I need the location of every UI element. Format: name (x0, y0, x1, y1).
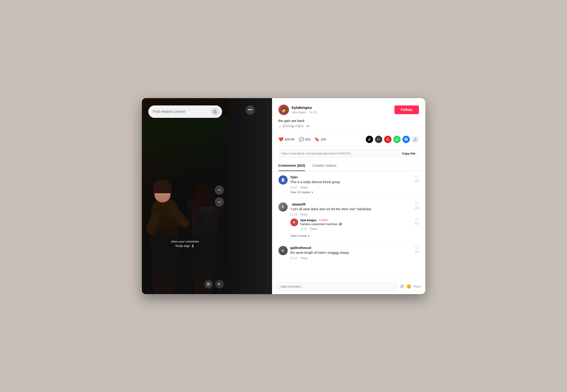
comment-body: Tyler This is a really diverse friend gr… (290, 175, 419, 194)
comment-text: This is a really diverse friend group (290, 180, 419, 184)
share-whatsapp-icon[interactable] (393, 136, 401, 143)
music-info: ♩ 오리지널 사운드 - sc (278, 124, 419, 128)
share-facebook-icon[interactable] (402, 136, 410, 143)
author-details: kylakingsu kyla kingsu · 11-23 (292, 105, 317, 114)
comment-like: 233 (415, 246, 419, 253)
nav-arrows (215, 185, 224, 207)
author-avatar: 👩 (278, 105, 289, 115)
panel-header: 👩 kylakingsu kyla kingsu · 11-23 Follow … (272, 98, 425, 132)
comment-text: the same length of haiiirrr omgggg slaaa… (290, 250, 419, 255)
author-info: 👩 kylakingsu kyla kingsu · 11-23 (278, 105, 317, 115)
comment-date: 11-23 (290, 213, 297, 216)
comment-item: Tyler This is a really diverse friend gr… (278, 171, 419, 198)
heart-icon: ❤️ (278, 137, 283, 142)
copy-link-button[interactable]: Copy link (399, 150, 419, 157)
video-caption-overlay: when your schedules finally align 🕺 (142, 239, 229, 248)
view-more-button[interactable]: View 3 more ∨ (290, 234, 310, 238)
comment-avatar: G (278, 246, 288, 255)
share-embed-icon[interactable] (375, 136, 382, 143)
comment-like-count: 262 (415, 180, 419, 182)
tab-creator-videos[interactable]: Creator videos (312, 160, 336, 171)
comment-icon: 💬 (299, 137, 304, 142)
comment-avatar (278, 175, 288, 184)
comment-body: galileotheuod the same length of haiiirr… (290, 246, 419, 260)
reply-button[interactable]: Reply (301, 256, 307, 260)
svg-point-8 (283, 179, 284, 180)
comment-meta: 11-23 Reply (290, 256, 419, 260)
url-display: https://www.tiktok.com/@kylakingsu/video… (278, 150, 399, 157)
likes-stat: ❤️ 429.6K (278, 137, 295, 142)
next-video-button[interactable] (215, 197, 224, 207)
author-name: kylakingsu (292, 105, 317, 110)
share-icons-group (366, 136, 419, 143)
svg-rect-2 (207, 283, 210, 285)
screenshot-button[interactable] (204, 280, 213, 289)
comment-author: galileotheuod (290, 246, 419, 250)
search-input[interactable] (153, 110, 209, 114)
app-container: when your schedules finally align 🕺 (142, 98, 425, 294)
comments-list: Tyler This is a really diverse friend gr… (272, 171, 425, 279)
comment-item: G galileotheuod the same length of haiii… (278, 242, 419, 264)
emoji-button[interactable]: 🙂 (406, 284, 411, 289)
reply-button[interactable]: Reply (301, 186, 307, 189)
reply-text: hahaha unplanned matchies 🤣 (301, 222, 342, 226)
author-handle: kyla kingsu · 11-23 (292, 111, 317, 114)
right-panel: 👩 kylakingsu kyla kingsu · 11-23 Follow … (272, 98, 425, 294)
comment-meta: 11-23 Reply (290, 213, 419, 216)
stats-row: ❤️ 429.6K 💬 623 🔖 22K (272, 132, 425, 147)
tab-comments[interactable]: Comments (623) (278, 160, 305, 171)
more-options-button[interactable]: ••• (246, 105, 255, 115)
share-tiktok-icon[interactable] (366, 136, 373, 143)
comment-like-count: 233 (415, 250, 419, 253)
reply-avatar: K (290, 218, 298, 226)
reply-button[interactable]: Reply (301, 213, 307, 216)
volume-button[interactable] (215, 280, 224, 289)
comment-date: 11-27 (290, 186, 297, 189)
creator-badge: · Creator (318, 218, 328, 222)
view-replies-button[interactable]: View 10 replies ∨ (290, 191, 314, 194)
post-comment-button[interactable]: Post (414, 285, 421, 288)
svg-point-3 (208, 284, 209, 285)
svg-line-1 (216, 112, 217, 113)
comment-avatar: E (278, 202, 288, 211)
bookmark-icon: 🔖 (314, 137, 319, 142)
reply-button[interactable]: Reply (310, 227, 317, 230)
follow-button[interactable]: Follow (394, 105, 419, 114)
comment-like: 538 (415, 202, 419, 210)
video-caption: the gals are back (278, 119, 419, 123)
comment-meta: 11-27 Reply (290, 186, 419, 189)
comment-author: Tyler (290, 175, 419, 179)
share-more-icon[interactable] (412, 136, 419, 143)
author-row: 👩 kylakingsu kyla kingsu · 11-23 Follow (278, 105, 419, 115)
video-panel: when your schedules finally align 🕺 (142, 98, 229, 294)
reply-like-count: 476 (415, 222, 419, 225)
search-button[interactable] (211, 108, 219, 115)
url-row: https://www.tiktok.com/@kylakingsu/video… (272, 147, 425, 160)
comment-item: E _ejaaay08 "Let's all wear black and no… (278, 198, 419, 242)
svg-marker-4 (218, 283, 219, 285)
prev-video-button[interactable] (215, 185, 224, 195)
comments-count: 623 (305, 138, 310, 141)
reply-body: kyla kingsu · Creator hahaha unplanned m… (301, 218, 342, 231)
comment-text: "Let's all wear black and not tell the o… (290, 207, 419, 211)
comments-stat: 💬 623 (299, 137, 310, 142)
comment-input[interactable] (277, 282, 398, 291)
tabs-row: Comments (623) Creator videos (272, 160, 425, 171)
comment-like: 262 (415, 175, 419, 182)
share-repost-icon[interactable] (384, 136, 391, 143)
comment-input-row: @ 🙂 Post (272, 279, 425, 294)
bookmarks-stat: 🔖 22K (314, 137, 326, 142)
search-bar (148, 105, 222, 118)
reply-author: kyla kingsu (301, 218, 317, 222)
comment-like-count: 538 (415, 207, 419, 210)
svg-point-7 (282, 179, 283, 180)
comment-author: _ejaaay08 (290, 202, 419, 206)
comment-body: _ejaaay08 "Let's all wear black and not … (290, 202, 419, 238)
reply-like: 476 (415, 218, 419, 225)
at-mention-button[interactable]: @ (400, 284, 404, 289)
bottom-controls (204, 280, 224, 289)
reply-author-row: kyla kingsu · Creator (301, 218, 342, 222)
likes-count: 429.6K (285, 138, 295, 141)
comment-date: 11-23 (290, 256, 297, 260)
reply-date: 11-23 (301, 227, 307, 230)
